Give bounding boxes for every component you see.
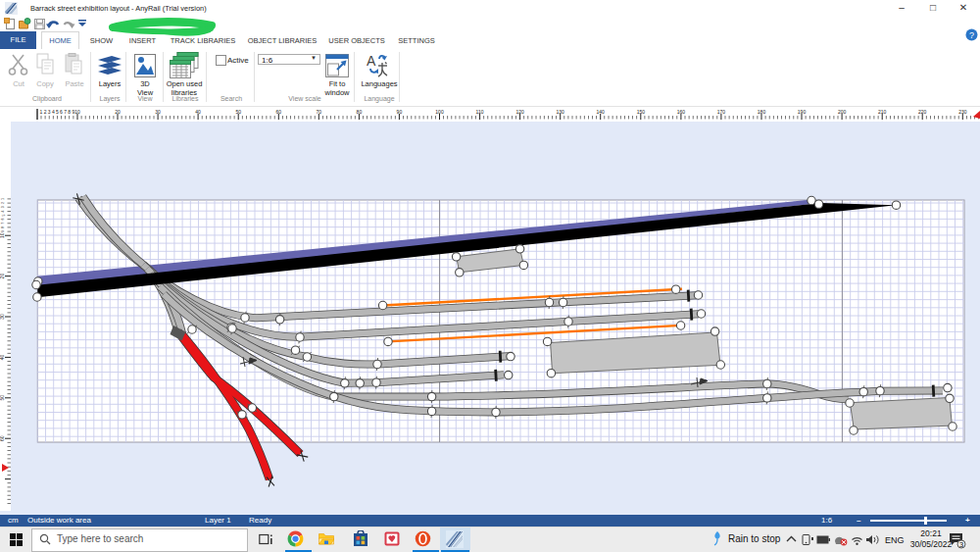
svg-text:230: 230	[958, 109, 967, 115]
svg-text:7: 7	[64, 109, 67, 115]
svg-text:5: 5	[2, 215, 6, 217]
svg-text:10: 10	[74, 109, 80, 115]
svg-text:120: 120	[515, 109, 524, 115]
svg-text:1: 1	[40, 109, 43, 115]
svg-text:30: 30	[0, 314, 5, 320]
svg-text:3: 3	[959, 540, 964, 549]
svg-text:30: 30	[155, 109, 161, 115]
svg-text:70: 70	[317, 109, 322, 115]
svg-text:4: 4	[2, 210, 6, 212]
svg-text:2: 2	[44, 109, 47, 115]
svg-text:60: 60	[276, 109, 282, 115]
svg-text:8: 8	[2, 226, 6, 228]
svg-text:2: 2	[2, 202, 6, 204]
svg-text:3: 3	[2, 206, 6, 208]
svg-text:140: 140	[597, 109, 606, 115]
svg-text:9: 9	[2, 230, 6, 232]
svg-text:100: 100	[435, 109, 444, 115]
svg-text:80: 80	[357, 109, 363, 115]
svg-text:3: 3	[48, 109, 51, 115]
svg-text:160: 160	[677, 109, 686, 115]
svg-text:20: 20	[0, 274, 5, 279]
svg-text:130: 130	[557, 109, 565, 115]
svg-text:50: 50	[235, 109, 241, 115]
svg-text:7: 7	[2, 223, 6, 225]
svg-text:6: 6	[60, 109, 63, 115]
svg-text:150: 150	[637, 109, 646, 115]
svg-text:180: 180	[758, 109, 766, 115]
svg-text:190: 190	[798, 109, 807, 115]
svg-text:6: 6	[2, 219, 6, 221]
svg-text:110: 110	[476, 109, 484, 115]
svg-text:200: 200	[838, 109, 847, 115]
svg-text:170: 170	[717, 109, 726, 115]
svg-text:1: 1	[2, 198, 6, 200]
svg-text:20: 20	[115, 109, 121, 115]
svg-text:90: 90	[397, 109, 403, 115]
svg-text:4: 4	[52, 109, 55, 115]
svg-text:210: 210	[878, 109, 887, 115]
svg-text:?: ?	[969, 30, 974, 40]
svg-text:50: 50	[0, 395, 5, 401]
svg-text:220: 220	[918, 109, 927, 115]
svg-text:5: 5	[56, 109, 59, 115]
svg-text:40: 40	[195, 109, 201, 115]
svg-text:60: 60	[0, 435, 5, 441]
svg-text:40: 40	[0, 354, 5, 360]
svg-text:A: A	[367, 53, 376, 69]
svg-text:8: 8	[68, 109, 71, 115]
